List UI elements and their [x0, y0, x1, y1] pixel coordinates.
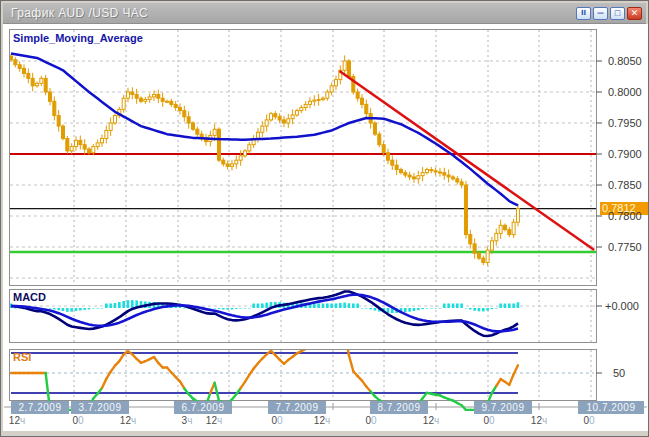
chart-canvas[interactable]	[1, 1, 649, 437]
chart-window: График AUD /USD ЧАС II — □ ✕ Simple_Movi…	[0, 0, 649, 437]
